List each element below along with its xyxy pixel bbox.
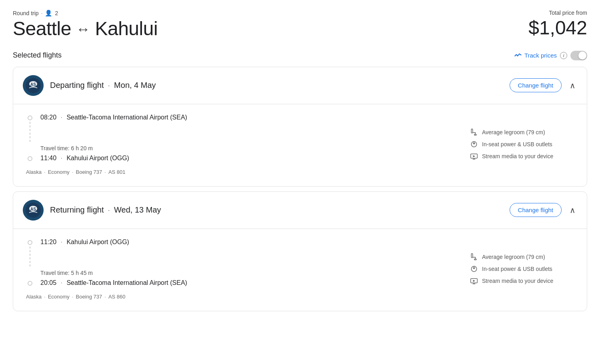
returning-header-dot: · — [108, 205, 110, 215]
svg-rect-15 — [474, 259, 476, 260]
returning-stream-icon — [470, 277, 478, 285]
returning-amenity-power: In-seat power & USB outlets — [470, 265, 574, 273]
returning-departure-airport: Kahului Airport (OGG) — [66, 239, 129, 245]
departing-flight-title: Departing flight · Mon, 4 May — [50, 81, 503, 90]
alaska-logo-returning-icon: AS — [25, 202, 41, 218]
total-price: $1,042 — [528, 17, 587, 39]
returning-legroom-icon — [470, 253, 478, 261]
departing-arrival-time: 11:40 — [40, 155, 56, 161]
departing-dot-col — [26, 114, 34, 143]
returning-timeline: 11:20 · Kahului Airport (OGG) Travel tim… — [26, 239, 454, 300]
returning-cabin: Economy — [48, 294, 70, 300]
returning-departure-time: 11:20 — [40, 239, 56, 245]
route-title: Seattle ↔ Kahului — [13, 18, 158, 40]
departing-flight-details: 08:20 · Seattle-Tacoma International Air… — [13, 104, 587, 186]
price-label: Total price from — [528, 10, 587, 16]
departing-cabin: Economy — [48, 169, 70, 175]
departing-departure-airport: Seattle-Tacoma International Airport (SE… — [66, 114, 187, 121]
returning-departure-info: 11:20 · Kahului Airport (OGG) — [40, 239, 129, 247]
departing-collapse-button[interactable]: ∧ — [568, 79, 577, 92]
trip-meta: Round trip · 👤 2 — [13, 10, 158, 17]
departing-airline: Alaska — [26, 169, 42, 175]
stream-icon — [470, 152, 478, 160]
departing-time-dot: · — [61, 114, 62, 121]
departing-airline-logo: AS — [23, 75, 44, 96]
departing-timeline: 08:20 · Seattle-Tacoma International Air… — [26, 114, 454, 175]
track-prices-link[interactable]: Track prices — [514, 52, 557, 60]
info-icon[interactable]: i — [560, 52, 567, 59]
returning-arrival-time: 20:05 — [40, 279, 56, 286]
passenger-count: 2 — [55, 10, 58, 16]
departing-change-flight-button[interactable]: Change flight — [510, 78, 562, 92]
returning-arrival-item: 20:05 · Seattle-Tacoma International Air… — [26, 279, 454, 287]
departing-arrival-dot — [28, 156, 32, 161]
returning-arrival-airport: Seattle-Tacoma International Airport (SE… — [66, 279, 187, 286]
departing-departure-info: 08:20 · Seattle-Tacoma International Air… — [40, 114, 187, 122]
returning-arrival-info: 20:05 · Seattle-Tacoma International Air… — [40, 279, 187, 287]
track-prices-icon — [514, 52, 522, 60]
returning-amenity-stream: Stream media to your device — [470, 277, 574, 285]
departing-amenity-stream-text: Stream media to your device — [482, 153, 553, 159]
departing-arrival-info: 11:40 · Kahului Airport (OGG) — [40, 155, 129, 163]
returning-arrival-time-airport: 20:05 · Seattle-Tacoma International Air… — [40, 279, 187, 286]
departing-arrival-dot: · — [61, 155, 62, 161]
departing-flight-type: Departing flight — [50, 81, 104, 90]
departing-amenity-power-text: In-seat power & USB outlets — [482, 141, 552, 147]
returning-power-icon — [470, 265, 478, 273]
returning-chevron-up-icon: ∧ — [570, 206, 576, 215]
departing-header-dot: · — [108, 81, 110, 90]
departing-amenity-power: In-seat power & USB outlets — [470, 140, 574, 148]
route-from: Seattle — [13, 18, 71, 40]
departing-arrival-airport: Kahului Airport (OGG) — [66, 155, 129, 161]
departing-amenity-stream: Stream media to your device — [470, 152, 574, 160]
left-header: Round trip · 👤 2 Seattle ↔ Kahului — [13, 10, 158, 40]
trip-type: Round trip — [13, 10, 39, 16]
power-icon — [470, 140, 478, 148]
returning-departure-dot — [28, 240, 32, 245]
returning-flight-details: 11:20 · Kahului Airport (OGG) Travel tim… — [13, 229, 587, 311]
departing-flight-actions: Change flight ∧ — [510, 78, 577, 92]
passenger-icon: 👤 — [45, 10, 52, 17]
route-arrow-icon: ↔ — [76, 21, 90, 37]
selected-flights-label: Selected flights — [13, 51, 62, 60]
alaska-logo-icon: AS — [25, 78, 41, 93]
returning-time-dot: · — [61, 239, 62, 245]
legroom-icon — [470, 128, 478, 136]
departing-timeline-line — [30, 122, 30, 142]
returning-airline: Alaska — [26, 294, 42, 300]
departing-travel-time: Travel time: 6 h 20 m — [40, 143, 454, 153]
returning-amenity-stream-text: Stream media to your device — [482, 278, 553, 284]
returning-arrival-dot-col — [26, 279, 34, 286]
returning-flight-header: AS Returning flight · Wed, 13 May Change… — [13, 192, 587, 229]
returning-collapse-button[interactable]: ∧ — [568, 204, 577, 217]
returning-amenity-power-text: In-seat power & USB outlets — [482, 266, 552, 272]
svg-rect-14 — [471, 254, 472, 258]
returning-flight-card: AS Returning flight · Wed, 13 May Change… — [13, 191, 587, 311]
departing-departure-item: 08:20 · Seattle-Tacoma International Air… — [26, 114, 454, 143]
returning-arrival-dot-char: · — [61, 279, 62, 286]
meta-dot: · — [41, 10, 43, 16]
departing-flight-no: AS 801 — [108, 169, 126, 175]
returning-timeline-line — [30, 247, 30, 267]
returning-change-flight-button[interactable]: Change flight — [510, 203, 562, 217]
svg-marker-21 — [473, 280, 476, 282]
returning-departure-item: 11:20 · Kahului Airport (OGG) — [26, 239, 454, 268]
departing-amenities: Average legroom (79 cm) In-seat power & … — [470, 114, 574, 175]
departing-flight-card: AS Departing flight · Mon, 4 May Change … — [13, 67, 587, 187]
departing-arrival-dot-col — [26, 155, 34, 161]
departing-arrival-time-airport: 11:40 · Kahului Airport (OGG) — [40, 155, 129, 162]
returning-airline-logo: AS — [23, 200, 44, 221]
departing-flight-date: Mon, 4 May — [114, 81, 156, 90]
returning-arrival-dot — [28, 281, 32, 286]
returning-flight-title: Returning flight · Wed, 13 May — [50, 205, 503, 215]
returning-flight-no: AS 860 — [108, 294, 126, 300]
departing-amenity-legroom-text: Average legroom (79 cm) — [482, 129, 545, 135]
returning-flight-info-row: Alaska · Economy · Boeing 737 · AS 860 — [26, 294, 454, 300]
departing-departure-time: 08:20 — [40, 114, 56, 121]
returning-flight-actions: Change flight ∧ — [510, 203, 577, 217]
track-prices-text: Track prices — [524, 52, 557, 59]
returning-amenity-legroom-text: Average legroom (79 cm) — [482, 254, 545, 260]
returning-amenities: Average legroom (79 cm) In-seat power & … — [470, 239, 574, 300]
track-prices-toggle[interactable] — [570, 51, 587, 60]
departing-arrival-item: 11:40 · Kahului Airport (OGG) — [26, 155, 454, 163]
